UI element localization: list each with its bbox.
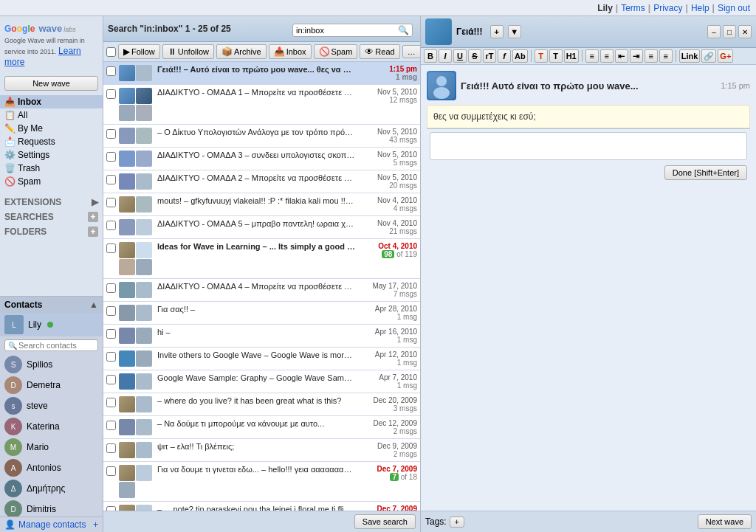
wave-checkbox-8[interactable]: [106, 243, 116, 253]
sidebar-item-byme[interactable]: ✏️ By Me: [0, 122, 103, 135]
wave-checkbox-7[interactable]: [106, 221, 116, 230]
sidebar-item-all[interactable]: 📋 All: [0, 108, 103, 122]
format-italic-button[interactable]: I: [439, 49, 452, 63]
help-link[interactable]: Help: [691, 3, 709, 13]
wave-checkbox-9[interactable]: [106, 283, 116, 293]
format-ab-button[interactable]: Ab: [512, 49, 528, 63]
format-bold-button[interactable]: B: [424, 49, 437, 63]
contact-item-antonios[interactable]: A Antonios: [0, 457, 103, 478]
unfollow-button[interactable]: ⏸ Unfollow: [162, 44, 214, 59]
format-align2-button[interactable]: ≡: [659, 49, 673, 63]
wave-item-6[interactable]: mouts! – gfkyfuvuuyj vlakeiaI!! :P :* fi…: [103, 193, 420, 216]
wave-checkbox-10[interactable]: [106, 306, 116, 316]
next-wave-button[interactable]: Next wave: [698, 514, 752, 529]
inbox-button[interactable]: 📥 Inbox: [269, 44, 312, 59]
wave-participant-dropdown-button[interactable]: ▼: [508, 25, 521, 38]
format-strikethrough-button[interactable]: S: [468, 49, 481, 63]
wave-item-13[interactable]: Google Wave Sample: Graphy – Google Wave…: [103, 370, 420, 393]
more-button[interactable]: …: [402, 45, 421, 58]
wave-minimize-button[interactable]: –: [707, 25, 721, 38]
sidebar-item-inbox[interactable]: 📥 Inbox: [0, 95, 103, 108]
wave-item-16[interactable]: ψιτ – ελα!! Τι βλέπεις; Dec 9, 2009 2 ms…: [103, 439, 420, 462]
wave-checkbox-4[interactable]: [106, 152, 116, 162]
signout-link[interactable]: Sign out: [718, 3, 750, 13]
add-contact-button[interactable]: +: [93, 519, 98, 530]
wave-item-5[interactable]: ΔΙΑΔΙΚΤΥΟ - ΟΜΑΔΑ 2 – Μπορείτε να προσθέ…: [103, 170, 420, 193]
search-icon[interactable]: 🔍: [398, 25, 409, 35]
wave-item-2[interactable]: ΔΙΑΔΙΚΤΥΟ - ΟΜΑΔΑ 1 – Μπορείτε να προσθέ…: [103, 85, 420, 125]
contact-item-demetra[interactable]: D Demetra: [0, 375, 103, 395]
wave-item-12[interactable]: Invite others to Google Wave – Google Wa…: [103, 348, 420, 370]
wave-checkbox-16[interactable]: [106, 443, 116, 453]
wave-checkbox-1[interactable]: [106, 66, 116, 76]
wave-checkbox-11[interactable]: [106, 329, 116, 339]
format-list1-button[interactable]: ≡: [585, 49, 599, 63]
wave-checkbox-5[interactable]: [106, 175, 116, 184]
format-indent2-button[interactable]: ⇥: [630, 49, 643, 63]
format-font-button[interactable]: f: [498, 49, 511, 63]
format-underline-button[interactable]: U: [453, 49, 467, 63]
wave-item-8[interactable]: Ideas for Wave in Learning – ... Its sim…: [103, 239, 420, 279]
manage-contacts-link[interactable]: 👤 Manage contacts +: [0, 517, 103, 532]
search-contacts-box[interactable]: 🔍: [4, 339, 98, 351]
add-tag-button[interactable]: +: [450, 517, 464, 528]
search-input[interactable]: [296, 26, 398, 35]
sidebar-item-spam[interactable]: 🚫 Spam: [0, 175, 103, 188]
spam-button[interactable]: 🚫 Spam: [314, 44, 358, 59]
contact-item-steve[interactable]: s steve: [0, 395, 103, 416]
format-gplus-button[interactable]: G+: [718, 49, 733, 63]
wave-item-1[interactable]: Γειά!!! – Αυτό είναι το πρώτο μου wave..…: [103, 62, 420, 85]
select-all-checkbox[interactable]: [106, 47, 116, 57]
sidebar-item-trash[interactable]: 🗑️ Trash: [0, 162, 103, 175]
wave-reply-input[interactable]: [430, 132, 747, 160]
archive-button[interactable]: 📦 Archive: [216, 44, 267, 59]
wave-checkbox-3[interactable]: [106, 129, 116, 139]
privacy-link[interactable]: Privacy: [653, 3, 682, 13]
search-contacts-input[interactable]: [18, 341, 94, 350]
done-button[interactable]: Done [Shift+Enter]: [664, 165, 747, 180]
wave-checkbox-12[interactable]: [106, 352, 116, 362]
wave-item-11[interactable]: hi – Apr 16, 2010 1 msg: [103, 325, 420, 348]
wave-item-10[interactable]: Για σας!! – Apr 28, 2010 1 msg: [103, 302, 420, 325]
sidebar-item-settings[interactable]: ⚙️ Settings: [0, 148, 103, 162]
format-t2-button[interactable]: T: [549, 49, 563, 63]
wave-item-14[interactable]: – where do you live? it has been great w…: [103, 393, 420, 416]
wave-compose-area[interactable]: Done [Shift+Enter]: [427, 128, 750, 183]
contact-item-dimitris[interactable]: D Dimitris: [0, 499, 103, 517]
format-superscript-button[interactable]: rT: [483, 49, 496, 63]
wave-checkbox-13[interactable]: [106, 375, 116, 384]
contact-item-dimitris-gr[interactable]: Δ Δημήτρης: [0, 478, 103, 499]
wave-checkbox-2[interactable]: [106, 89, 116, 99]
contact-item-katerina[interactable]: K Katerina: [0, 416, 103, 437]
wave-checkbox-15[interactable]: [106, 421, 116, 430]
wave-checkbox-14[interactable]: [106, 398, 116, 407]
format-list2-button[interactable]: ≡: [600, 49, 614, 63]
wave-item-9[interactable]: ΔΙΑΔΙΚΤΥΟ - ΟΜΑΔΑ 4 – Μπορείτε να προσθέ…: [103, 279, 420, 302]
search-box[interactable]: 🔍: [292, 24, 413, 37]
format-align1-button[interactable]: ≡: [645, 49, 658, 63]
format-h1-button[interactable]: H1: [564, 49, 579, 63]
learn-more-link[interactable]: Learn more: [4, 46, 81, 68]
wave-item-7[interactable]: ΔΙΑΔΙΚΤΥΟ - ΟΜΑΔΑ 5 – μπραβο παντελη! ωρ…: [103, 216, 420, 239]
wave-add-participant-button[interactable]: +: [490, 25, 504, 38]
add-folder-button[interactable]: +: [88, 227, 98, 237]
wave-maximize-button[interactable]: □: [723, 25, 736, 38]
wave-checkbox-17[interactable]: [106, 466, 116, 476]
format-attachment-button[interactable]: 🔗: [701, 49, 716, 63]
sidebar-item-requests[interactable]: 📩 Requests: [0, 135, 103, 148]
wave-item-4[interactable]: ΔΙΑΔΙΚΤΥΟ - ΟΜΑΔΑ 3 – συνδεει υπολογιστε…: [103, 148, 420, 170]
terms-link[interactable]: Terms: [621, 3, 645, 13]
format-t1-button[interactable]: T: [535, 49, 548, 63]
format-indent1-button[interactable]: ⇤: [615, 49, 628, 63]
contact-item-mario[interactable]: M Mario: [0, 437, 103, 457]
wave-checkbox-6[interactable]: [106, 198, 116, 207]
contact-item-spilios[interactable]: S Spilios: [0, 354, 103, 375]
read-button[interactable]: 👁 Read: [360, 44, 399, 59]
follow-button[interactable]: ▶ Follow: [118, 44, 160, 59]
wave-item-18[interactable]: – ... pote? tin paraskevi pou tha leipei…: [103, 502, 420, 511]
contacts-collapse-button[interactable]: ▲: [89, 300, 98, 310]
add-search-button[interactable]: +: [88, 212, 98, 222]
new-wave-button[interactable]: New wave: [4, 76, 98, 91]
wave-item-17[interactable]: Για να δουμε τι γινεται εδω... – hello!!…: [103, 462, 420, 502]
format-link-button[interactable]: Link: [679, 49, 701, 63]
